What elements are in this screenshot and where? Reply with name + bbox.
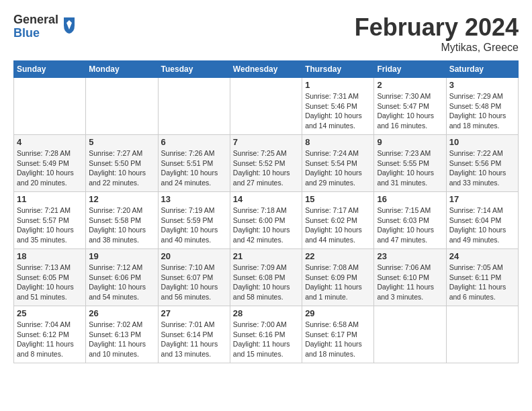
day-number: 13 [161,194,227,204]
day-number: 15 [305,194,371,204]
day-info: Sunrise: 7:19 AMSunset: 5:59 PMDaylight:… [161,205,227,245]
calendar-cell: 19Sunrise: 7:12 AMSunset: 6:06 PMDayligh… [86,249,158,306]
day-info: Sunrise: 7:31 AMSunset: 5:46 PMDaylight:… [305,91,371,131]
calendar-cell: 20Sunrise: 7:10 AMSunset: 6:07 PMDayligh… [158,249,230,306]
calendar-cell: 25Sunrise: 7:04 AMSunset: 6:12 PMDayligh… [14,306,86,363]
day-info: Sunrise: 7:14 AMSunset: 6:04 PMDaylight:… [449,205,515,245]
day-number: 27 [161,308,227,318]
week-row-1: 4Sunrise: 7:28 AMSunset: 5:49 PMDaylight… [14,135,519,192]
header-row: SundayMondayTuesdayWednesdayThursdayFrid… [14,61,519,78]
calendar-cell: 15Sunrise: 7:17 AMSunset: 6:02 PMDayligh… [302,192,374,249]
week-row-3: 18Sunrise: 7:13 AMSunset: 6:05 PMDayligh… [14,249,519,306]
day-number: 1 [305,80,371,90]
calendar-cell: 22Sunrise: 7:08 AMSunset: 6:09 PMDayligh… [302,249,374,306]
calendar-cell: 12Sunrise: 7:20 AMSunset: 5:58 PMDayligh… [86,192,158,249]
calendar-cell [86,78,158,135]
calendar-cell: 4Sunrise: 7:28 AMSunset: 5:49 PMDaylight… [14,135,86,192]
logo-blue: Blue [13,27,58,40]
day-info: Sunrise: 7:22 AMSunset: 5:56 PMDaylight:… [449,148,515,188]
day-info: Sunrise: 7:23 AMSunset: 5:55 PMDaylight:… [377,148,443,188]
day-header-saturday: Saturday [446,61,518,78]
calendar-cell: 7Sunrise: 7:25 AMSunset: 5:52 PMDaylight… [230,135,302,192]
calendar-cell: 16Sunrise: 7:15 AMSunset: 6:03 PMDayligh… [374,192,446,249]
day-number: 23 [377,251,443,261]
calendar-body: 1Sunrise: 7:31 AMSunset: 5:46 PMDaylight… [14,78,519,363]
day-info: Sunrise: 7:00 AMSunset: 6:16 PMDaylight:… [233,320,299,359]
day-header-sunday: Sunday [14,61,86,78]
day-number: 28 [233,308,299,318]
day-number: 14 [233,194,299,204]
day-info: Sunrise: 7:05 AMSunset: 6:11 PMDaylight:… [449,263,515,302]
location: Mytikas, Greece [355,42,519,54]
day-header-wednesday: Wednesday [230,61,302,78]
calendar-cell: 11Sunrise: 7:21 AMSunset: 5:57 PMDayligh… [14,192,86,249]
day-number: 8 [305,137,371,147]
logo-text: General Blue [13,13,58,40]
calendar-cell [158,78,230,135]
calendar-cell: 9Sunrise: 7:23 AMSunset: 5:55 PMDaylight… [374,135,446,192]
calendar-cell: 23Sunrise: 7:06 AMSunset: 6:10 PMDayligh… [374,249,446,306]
day-number: 11 [17,194,83,204]
calendar-cell: 6Sunrise: 7:26 AMSunset: 5:51 PMDaylight… [158,135,230,192]
logo: General Blue [13,13,77,40]
week-row-0: 1Sunrise: 7:31 AMSunset: 5:46 PMDaylight… [14,78,519,135]
month-title: February 2024 [355,13,519,42]
day-number: 22 [305,251,371,261]
calendar-cell: 2Sunrise: 7:30 AMSunset: 5:47 PMDaylight… [374,78,446,135]
day-info: Sunrise: 7:25 AMSunset: 5:52 PMDaylight:… [233,148,299,188]
calendar-cell [446,306,518,363]
day-info: Sunrise: 7:24 AMSunset: 5:54 PMDaylight:… [305,148,371,188]
day-info: Sunrise: 7:10 AMSunset: 6:07 PMDaylight:… [161,263,227,302]
logo-icon [61,16,77,35]
day-info: Sunrise: 7:13 AMSunset: 6:05 PMDaylight:… [17,263,83,302]
day-info: Sunrise: 7:06 AMSunset: 6:10 PMDaylight:… [377,263,443,302]
day-number: 4 [17,137,83,147]
calendar-header: SundayMondayTuesdayWednesdayThursdayFrid… [14,61,519,78]
day-info: Sunrise: 7:15 AMSunset: 6:03 PMDaylight:… [377,205,443,245]
day-info: Sunrise: 7:08 AMSunset: 6:09 PMDaylight:… [305,263,371,302]
calendar-cell: 8Sunrise: 7:24 AMSunset: 5:54 PMDaylight… [302,135,374,192]
calendar-table: SundayMondayTuesdayWednesdayThursdayFrid… [13,60,519,363]
day-info: Sunrise: 7:01 AMSunset: 6:14 PMDaylight:… [161,320,227,359]
calendar-cell: 3Sunrise: 7:29 AMSunset: 5:48 PMDaylight… [446,78,518,135]
day-info: Sunrise: 7:12 AMSunset: 6:06 PMDaylight:… [89,263,154,302]
day-number: 24 [449,251,515,261]
calendar-cell: 13Sunrise: 7:19 AMSunset: 5:59 PMDayligh… [158,192,230,249]
day-number: 26 [89,308,154,318]
calendar-cell [14,78,86,135]
calendar-cell [374,306,446,363]
day-number: 17 [449,194,515,204]
calendar-cell: 10Sunrise: 7:22 AMSunset: 5:56 PMDayligh… [446,135,518,192]
day-number: 29 [305,308,371,318]
calendar-cell: 24Sunrise: 7:05 AMSunset: 6:11 PMDayligh… [446,249,518,306]
calendar-cell: 17Sunrise: 7:14 AMSunset: 6:04 PMDayligh… [446,192,518,249]
day-number: 9 [377,137,443,147]
day-info: Sunrise: 6:58 AMSunset: 6:17 PMDaylight:… [305,320,371,359]
day-number: 16 [377,194,443,204]
day-number: 18 [17,251,83,261]
day-number: 3 [449,80,515,90]
week-row-2: 11Sunrise: 7:21 AMSunset: 5:57 PMDayligh… [14,192,519,249]
day-number: 7 [233,137,299,147]
title-area: February 2024 Mytikas, Greece [355,13,519,54]
day-info: Sunrise: 7:28 AMSunset: 5:49 PMDaylight:… [17,148,83,188]
day-info: Sunrise: 7:30 AMSunset: 5:47 PMDaylight:… [377,91,443,131]
day-info: Sunrise: 7:20 AMSunset: 5:58 PMDaylight:… [89,205,154,245]
day-header-tuesday: Tuesday [158,61,230,78]
day-header-friday: Friday [374,61,446,78]
calendar-cell: 5Sunrise: 7:27 AMSunset: 5:50 PMDaylight… [86,135,158,192]
day-number: 10 [449,137,515,147]
day-info: Sunrise: 7:21 AMSunset: 5:57 PMDaylight:… [17,205,83,245]
day-info: Sunrise: 7:27 AMSunset: 5:50 PMDaylight:… [89,148,154,188]
day-info: Sunrise: 7:04 AMSunset: 6:12 PMDaylight:… [17,320,83,359]
calendar-cell: 14Sunrise: 7:18 AMSunset: 6:00 PMDayligh… [230,192,302,249]
logo-general: General [13,13,58,27]
day-header-thursday: Thursday [302,61,374,78]
calendar-cell: 29Sunrise: 6:58 AMSunset: 6:17 PMDayligh… [302,306,374,363]
page-header: General Blue February 2024 Mytikas, Gree… [13,13,519,54]
day-number: 12 [89,194,154,204]
day-number: 20 [161,251,227,261]
day-info: Sunrise: 7:02 AMSunset: 6:13 PMDaylight:… [89,320,154,359]
day-number: 21 [233,251,299,261]
calendar-cell: 28Sunrise: 7:00 AMSunset: 6:16 PMDayligh… [230,306,302,363]
